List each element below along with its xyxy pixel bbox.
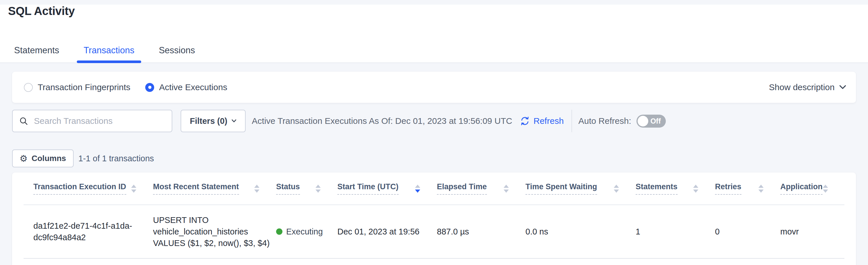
column-header-most-recent-statement[interactable]: Most Recent Statement — [153, 173, 276, 205]
refresh-icon — [520, 116, 530, 126]
toggle-state-label: Off — [650, 117, 661, 125]
auto-refresh-toggle[interactable]: Off — [637, 115, 666, 128]
sort-icon[interactable] — [504, 185, 509, 193]
radio-unselected-icon[interactable] — [24, 83, 33, 92]
table-row[interactable]: da1f21e2-de71-4c1f-a1da-dc9fc94a84a2 UPS… — [24, 205, 844, 258]
cell-statements: 1 — [635, 205, 715, 258]
cell-elapsed-time: 887.0 µs — [437, 205, 525, 258]
column-header-application[interactable]: Application — [780, 173, 844, 205]
column-header-transaction-execution-id[interactable]: Transaction Execution ID — [24, 173, 153, 205]
cell-application: movr — [780, 205, 844, 258]
columns-label: Columns — [32, 154, 66, 163]
sort-icon[interactable] — [614, 185, 619, 193]
cell-most-recent-statement: UPSERT INTO vehicle_location_histories V… — [153, 205, 276, 258]
page-title: SQL Activity — [8, 5, 868, 18]
radio-transaction-fingerprints[interactable]: Transaction Fingerprints — [24, 82, 130, 92]
column-header-retries[interactable]: Retries — [715, 173, 780, 205]
page-content: Transaction Fingerprints Active Executio… — [0, 72, 868, 265]
sort-icon[interactable] — [693, 185, 698, 193]
cell-status: Executing — [276, 205, 337, 258]
cell-transaction-execution-id[interactable]: da1f21e2-de71-4c1f-a1da-dc9fc94a84a2 — [24, 205, 153, 258]
chevron-down-icon — [839, 85, 846, 89]
table-header-row: Transaction Execution ID Most Recent Sta… — [24, 173, 844, 205]
sort-icon[interactable] — [758, 185, 764, 193]
refresh-label: Refresh — [533, 116, 564, 126]
radio-label: Transaction Fingerprints — [38, 82, 130, 92]
sort-icon-descending[interactable] — [415, 185, 420, 193]
as-of-timestamp: Active Transaction Executions As Of: Dec… — [252, 116, 512, 126]
status-label: Executing — [286, 226, 323, 237]
result-count: 1-1 of 1 transactions — [79, 154, 154, 163]
column-header-time-spent-waiting[interactable]: Time Spent Waiting — [525, 173, 635, 205]
view-mode-radio-group: Transaction Fingerprints Active Executio… — [24, 82, 227, 92]
view-mode-card: Transaction Fingerprints Active Executio… — [12, 72, 856, 103]
radio-selected-icon[interactable] — [145, 83, 154, 92]
divider — [571, 110, 572, 132]
column-header-elapsed-time[interactable]: Elapsed Time — [437, 173, 525, 205]
sort-icon[interactable] — [131, 185, 136, 193]
search-input[interactable] — [33, 116, 168, 126]
refresh-button[interactable]: Refresh — [520, 116, 564, 126]
columns-button[interactable]: ⚙ Columns — [12, 150, 74, 167]
sort-icon[interactable] — [315, 185, 321, 193]
tab-bar: Statements Transactions Sessions — [7, 45, 202, 62]
column-header-statements[interactable]: Statements — [635, 173, 715, 205]
cell-start-time: Dec 01, 2023 at 19:56 — [337, 205, 437, 258]
cell-retries: 0 — [715, 205, 780, 258]
search-icon — [19, 116, 28, 126]
filters-label: Filters (0) — [190, 116, 227, 126]
auto-refresh-label: Auto Refresh: — [578, 116, 631, 126]
gear-icon: ⚙ — [20, 154, 28, 163]
radio-active-executions[interactable]: Active Executions — [145, 82, 227, 92]
search-box[interactable] — [12, 110, 172, 132]
show-description-button[interactable]: Show description — [769, 82, 846, 92]
page-header: SQL Activity Statements Transactions Ses… — [0, 5, 868, 63]
column-header-start-time[interactable]: Start Time (UTC) — [337, 173, 437, 205]
sort-icon[interactable] — [254, 185, 259, 193]
tab-sessions[interactable]: Sessions — [152, 45, 202, 62]
tab-statements[interactable]: Statements — [7, 45, 66, 62]
transactions-table-card: Transaction Execution ID Most Recent Sta… — [12, 173, 856, 265]
sort-icon[interactable] — [823, 185, 828, 193]
executing-status-dot-icon — [276, 229, 282, 235]
table-toolbar: ⚙ Columns 1-1 of 1 transactions — [12, 150, 856, 167]
filters-button[interactable]: Filters (0) — [181, 110, 246, 132]
tab-transactions[interactable]: Transactions — [77, 45, 141, 62]
column-header-status[interactable]: Status — [276, 173, 337, 205]
radio-label: Active Executions — [159, 82, 227, 92]
show-description-label: Show description — [769, 82, 835, 92]
cell-time-spent-waiting: 0.0 ns — [525, 205, 635, 258]
chevron-down-icon — [231, 119, 237, 123]
transactions-table: Transaction Execution ID Most Recent Sta… — [24, 173, 844, 259]
controls-row: Filters (0) Active Transaction Execution… — [12, 110, 856, 132]
toggle-knob — [638, 116, 648, 127]
